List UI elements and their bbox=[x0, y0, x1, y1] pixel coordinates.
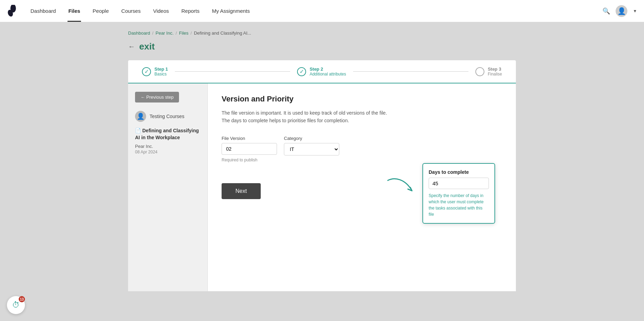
category-label: Category bbox=[284, 136, 339, 141]
tooltip-title: Days to complete bbox=[429, 169, 489, 175]
step-2-circle: ✓ bbox=[297, 67, 306, 76]
breadcrumb-sep-1: / bbox=[152, 30, 154, 36]
nav-people[interactable]: People bbox=[92, 0, 110, 22]
nav-courses[interactable]: Courses bbox=[120, 0, 141, 22]
tooltip-description: Specify the number of days in which the … bbox=[429, 193, 489, 217]
tooltip-callout: Days to complete Specify the number of d… bbox=[422, 163, 495, 224]
avatar-caret[interactable]: ▼ bbox=[633, 9, 637, 14]
sidebar-org: Pear Inc. bbox=[135, 144, 200, 149]
step-1-number: Step 1 bbox=[154, 66, 168, 72]
next-button[interactable]: Next bbox=[222, 183, 261, 199]
nav-dashboard[interactable]: Dashboard bbox=[30, 0, 56, 22]
nav-links: Dashboard Files People Courses Videos Re… bbox=[30, 0, 602, 22]
top-navigation: Dashboard Files People Courses Videos Re… bbox=[0, 0, 644, 22]
sidebar-user-avatar: 👤 bbox=[135, 111, 146, 122]
step-1-sublabel: Basics bbox=[154, 72, 168, 77]
breadcrumb-current: Defining and Classifying AI... bbox=[194, 30, 251, 36]
main-content: Dashboard / Pear Inc. / Files / Defining… bbox=[114, 22, 530, 300]
step-3: Step 3 Finalise bbox=[475, 66, 502, 77]
breadcrumb-pear-inc[interactable]: Pear Inc. bbox=[155, 30, 173, 36]
breadcrumb: Dashboard / Pear Inc. / Files / Defining… bbox=[128, 30, 516, 36]
nav-right: 🔍 👤 ▼ bbox=[602, 5, 637, 17]
left-sidebar: ← Previous step 👤 Testing Courses 📄Defin… bbox=[128, 83, 208, 291]
nav-files[interactable]: Files bbox=[68, 0, 81, 22]
steps-bar: ✓ Step 1 Basics ✓ Step 2 Additional attr… bbox=[128, 60, 516, 83]
breadcrumb-sep-2: / bbox=[176, 30, 177, 36]
file-version-group: File Version Required to publish bbox=[222, 136, 277, 162]
breadcrumb-dashboard[interactable]: Dashboard bbox=[128, 30, 150, 36]
nav-reports[interactable]: Reports bbox=[181, 0, 200, 22]
avatar[interactable]: 👤 bbox=[616, 5, 627, 17]
exit-header: ← exit bbox=[128, 41, 516, 52]
step-3-number: Step 3 bbox=[488, 66, 502, 72]
form-panel: Version and Priority The file version is… bbox=[208, 83, 516, 291]
breadcrumb-sep-3: / bbox=[190, 30, 192, 36]
step-2-sublabel: Additional attributes bbox=[310, 72, 346, 77]
back-arrow-button[interactable]: ← bbox=[128, 43, 135, 51]
sidebar-user: 👤 Testing Courses bbox=[135, 111, 200, 122]
exit-label: exit bbox=[139, 41, 155, 52]
breadcrumb-files[interactable]: Files bbox=[179, 30, 188, 36]
step-2-text: Step 2 Additional attributes bbox=[310, 66, 346, 77]
search-button[interactable]: 🔍 bbox=[602, 7, 610, 15]
category-group: Category IT HR Finance Operations bbox=[284, 136, 339, 155]
prev-step-button[interactable]: ← Previous step bbox=[135, 92, 179, 102]
form-row: File Version Required to publish Categor… bbox=[222, 136, 502, 162]
form-description: The file version is important. It is use… bbox=[222, 109, 395, 125]
step-1-circle: ✓ bbox=[142, 67, 151, 76]
category-select[interactable]: IT HR Finance Operations bbox=[284, 143, 339, 155]
step-2: ✓ Step 2 Additional attributes bbox=[297, 66, 346, 77]
step-divider-2 bbox=[353, 71, 468, 72]
required-label: Required to publish bbox=[222, 158, 277, 162]
sidebar-date: 08 Apr 2024 bbox=[135, 150, 200, 154]
file-version-label: File Version bbox=[222, 136, 277, 141]
step-2-number: Step 2 bbox=[310, 66, 346, 72]
step-1-text: Step 1 Basics bbox=[154, 66, 168, 77]
callout-arrow bbox=[384, 173, 426, 201]
file-version-input[interactable] bbox=[222, 143, 277, 155]
sidebar-user-name: Testing Courses bbox=[150, 114, 184, 119]
nav-my-assignments[interactable]: My Assignments bbox=[211, 0, 250, 22]
sidebar-file-name: 📄Defining and Classifying AI in the Work… bbox=[135, 127, 200, 141]
content-panel: ← Previous step 👤 Testing Courses 📄Defin… bbox=[128, 83, 516, 291]
step-3-sublabel: Finalise bbox=[488, 72, 502, 77]
logo[interactable] bbox=[7, 5, 19, 17]
nav-videos[interactable]: Videos bbox=[152, 0, 170, 22]
notification-badge: 13 bbox=[19, 296, 25, 302]
step-divider-1 bbox=[175, 71, 290, 72]
notification-icon: ⏱ bbox=[12, 301, 20, 310]
form-title: Version and Priority bbox=[222, 95, 502, 104]
step-1: ✓ Step 1 Basics bbox=[142, 66, 168, 77]
days-to-complete-input[interactable] bbox=[429, 178, 489, 189]
step-3-circle bbox=[475, 67, 484, 76]
file-icon: 📄 bbox=[135, 127, 141, 134]
notification-widget[interactable]: 13 ⏱ bbox=[7, 296, 25, 314]
step-3-text: Step 3 Finalise bbox=[488, 66, 502, 77]
